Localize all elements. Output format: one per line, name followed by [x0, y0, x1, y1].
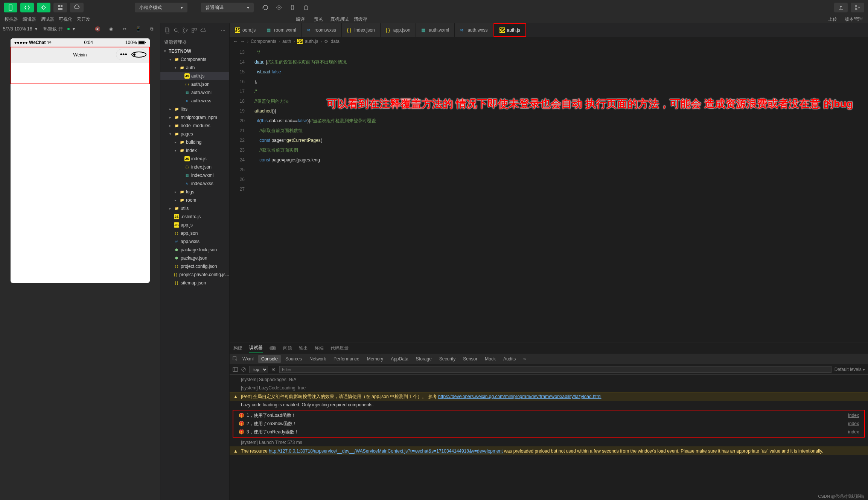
file-explorer: ⋯ 资源管理器 ▾TESTNOW ▾📁Components▾📁authJSaut… [160, 23, 230, 500]
tree-item-index[interactable]: ▾📁index [160, 146, 229, 155]
sim-cut-icon[interactable]: ✂ [119, 24, 130, 34]
tree-item-appjs[interactable]: JSapp.js [160, 221, 229, 229]
tree-item-building[interactable]: ▸📁building [160, 138, 229, 146]
tab-authwxss[interactable]: ≋auth.wxss [455, 23, 493, 37]
tree-item-indexjs[interactable]: JSindex.js [160, 155, 229, 163]
tree-item-miniprogram_npm[interactable]: ▸📁miniprogram_npm [160, 113, 229, 122]
tree-item-indexjson[interactable]: { }index.json [160, 163, 229, 171]
devtool-tab-Wxml[interactable]: Wxml [239, 355, 257, 363]
nav-back-icon[interactable]: ← [233, 39, 238, 44]
sim-mute-icon[interactable]: 🔇 [92, 24, 103, 34]
device-label[interactable]: 5/7/8 100% 16 [3, 26, 32, 32]
devtool-tab-Storage[interactable]: Storage [413, 355, 435, 363]
panel-tab-问题[interactable]: 问题 [283, 343, 292, 353]
panel-tab-调试器[interactable]: 调试器 [249, 343, 263, 353]
svg-rect-22 [192, 31, 194, 33]
phone-simulator[interactable]: ●●●●● WeChat 0:04 100% Weixin ••• [11, 38, 150, 283]
tab-roomwxss[interactable]: ≋room.wxss [302, 23, 341, 37]
panel-tab-终端[interactable]: 终端 [315, 343, 324, 353]
devtool-tab-Mock[interactable]: Mock [482, 355, 499, 363]
devtools-more-icon[interactable]: » [520, 355, 529, 363]
devtool-tab-Performance[interactable]: Performance [330, 355, 362, 363]
tab-appjson[interactable]: { }app.json [381, 23, 416, 37]
panel-tab-代码质量[interactable]: 代码质量 [330, 343, 349, 353]
editor-toggle[interactable] [20, 3, 34, 12]
top-toolbar: 小程序模式▾ 普通编译▾ [0, 0, 868, 15]
tab-roomwxml[interactable]: ▦room.wxml [261, 23, 302, 37]
cloud-dev-toggle[interactable] [70, 3, 84, 12]
clear-cache-button[interactable] [301, 3, 311, 12]
capsule-button[interactable]: ••• [116, 49, 147, 60]
files-icon[interactable] [164, 27, 170, 33]
tree-item-Components[interactable]: ▾📁Components [160, 55, 229, 64]
sim-phone-icon[interactable]: 📱 [133, 24, 143, 34]
more-icon[interactable]: ⋯ [221, 28, 225, 33]
tree-item-appwxss[interactable]: ≋app.wxss [160, 237, 229, 246]
tree-item-eslintrcjs[interactable]: JS.eslintrc.js [160, 213, 229, 221]
simulator-toggle[interactable] [4, 3, 17, 12]
tree-item-appjson[interactable]: { }app.json [160, 229, 229, 237]
code-editor[interactable]: 131415161718192021222324252627 */data: {… [230, 46, 868, 342]
tree-item-authwxss[interactable]: ≋auth.wxss [160, 97, 229, 105]
inspect-icon[interactable] [233, 356, 238, 362]
tree-item-node_modules[interactable]: ▸📁node_modules [160, 122, 229, 130]
tree-item-projectconfigjson[interactable]: { }project.config.json [160, 262, 229, 271]
live-expr-icon[interactable] [271, 367, 276, 372]
tree-item-indexwxss[interactable]: ≋index.wxss [160, 179, 229, 188]
tab-authwxml[interactable]: ▦auth.wxml [416, 23, 455, 37]
tree-item-indexwxml[interactable]: ▦index.wxml [160, 171, 229, 179]
devtool-tab-Audits[interactable]: Audits [500, 355, 519, 363]
search-icon[interactable] [173, 27, 179, 33]
devtool-tab-Sensor[interactable]: Sensor [460, 355, 480, 363]
ext-icon[interactable] [191, 27, 197, 33]
branch-icon[interactable] [182, 27, 188, 33]
devtool-tab-Security[interactable]: Security [436, 355, 458, 363]
tree-item-utils[interactable]: ▸📁utils [160, 204, 229, 213]
project-root[interactable]: ▾TESTNOW [160, 47, 229, 55]
tree-item-sitemapjson[interactable]: { }sitemap.json [160, 279, 229, 287]
devtool-tab-Network[interactable]: Network [306, 355, 329, 363]
tree-item-packagejson[interactable]: ⬢package.json [160, 254, 229, 262]
tab-indexjson[interactable]: { }index.json [342, 23, 381, 37]
hot-reload-label[interactable]: 热重载 开 [43, 26, 62, 32]
tree-item-auth[interactable]: ▾📁auth [160, 64, 229, 72]
levels-dropdown[interactable]: Default levels ▾ [834, 367, 865, 372]
tree-item-pages[interactable]: ▾📁pages [160, 130, 229, 138]
sim-popout-icon[interactable]: ⧉ [146, 24, 157, 34]
upload-button[interactable] [834, 3, 848, 12]
tree-item-packagelockjson[interactable]: ⬢package-lock.json [160, 246, 229, 254]
compile-button[interactable] [260, 3, 271, 12]
svg-point-19 [186, 29, 187, 30]
tree-item-projectprivateconfigjs[interactable]: { }project.private.config.js... [160, 271, 229, 279]
devtool-tab-AppData[interactable]: AppData [388, 355, 411, 363]
tab-authjs[interactable]: JSauth.js [493, 23, 526, 37]
tree-item-libs[interactable]: ▸📁libs [160, 105, 229, 113]
compile-dropdown[interactable]: 普通编译▾ [201, 3, 254, 12]
version-control-button[interactable] [851, 3, 864, 12]
mode-dropdown[interactable]: 小程序模式▾ [135, 3, 187, 12]
tab-oomjs[interactable]: JSoom.js [230, 23, 261, 37]
tree-item-authwxml[interactable]: ▦auth.wxml [160, 88, 229, 97]
debugger-toggle[interactable] [37, 3, 50, 12]
visualize-toggle[interactable] [53, 3, 67, 12]
preview-button[interactable] [274, 3, 284, 12]
devtool-tab-Memory[interactable]: Memory [364, 355, 386, 363]
remote-debug-button[interactable] [287, 3, 298, 12]
breadcrumb[interactable]: ← → ›Components ›auth ›JSauth.js ›⚙data [230, 37, 868, 46]
tree-item-authjs[interactable]: JSauth.js [160, 72, 229, 80]
devtool-tab-Console[interactable]: Console [258, 355, 281, 363]
filter-input[interactable] [279, 366, 831, 373]
console-output[interactable]: [system] Subpackages: N/A[system] LazyCo… [230, 375, 868, 500]
devtool-tab-Sources[interactable]: Sources [282, 355, 305, 363]
nav-fwd-icon[interactable]: → [240, 39, 245, 44]
sim-record-icon[interactable]: ◉ [106, 24, 116, 34]
clear-console-icon[interactable] [241, 367, 246, 372]
panel-tab-输出[interactable]: 输出 [299, 343, 308, 353]
context-select[interactable]: top [249, 366, 268, 373]
tree-item-room[interactable]: ▸📁room [160, 196, 229, 204]
tree-item-authjson[interactable]: { }auth.json [160, 80, 229, 88]
tree-item-logs[interactable]: ▸📁logs [160, 188, 229, 196]
toggle-sidebar-icon[interactable] [233, 367, 238, 372]
cloud-icon[interactable] [200, 27, 206, 33]
panel-tab-构建[interactable]: 构建 [233, 343, 242, 353]
